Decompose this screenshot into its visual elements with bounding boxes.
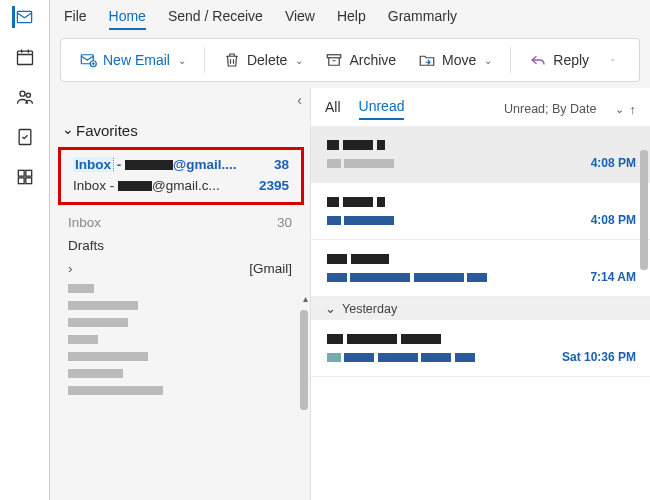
reply-all-button[interactable] <box>603 47 623 73</box>
move-button[interactable]: Move ⌄ <box>410 47 500 73</box>
delete-button[interactable]: Delete ⌄ <box>215 47 311 73</box>
separator <box>204 47 205 73</box>
favorite-inbox-2[interactable]: Inbox - @gmail.c... 2395 <box>63 175 299 196</box>
scrollbar-thumb[interactable] <box>300 310 308 410</box>
mail-icon[interactable] <box>12 6 34 28</box>
folder-item[interactable] <box>50 280 310 297</box>
message-from <box>327 193 634 209</box>
unread-count: 2395 <box>259 178 289 193</box>
svg-rect-7 <box>18 178 24 184</box>
folder-item[interactable] <box>50 365 310 382</box>
message-list-pane: All Unread Unread; By Date ⌄ ↑ 4:08 PM <box>310 88 650 500</box>
new-email-label: New Email <box>103 52 170 68</box>
message-list: 4:08 PM 4:08 PM 7:14 AM ⌄ Yesterday <box>311 126 650 500</box>
folder-pane: ‹ Favorites Inbox - @gmail.... 38 Inbox … <box>50 88 310 500</box>
message-item[interactable]: 4:08 PM <box>311 126 650 183</box>
menu-grammarly[interactable]: Grammarly <box>388 8 457 30</box>
chevron-down-icon[interactable]: ⌄ <box>615 103 624 116</box>
separator <box>510 47 511 73</box>
reply-button[interactable]: Reply <box>521 47 597 73</box>
chevron-down-icon: ⌄ <box>325 301 336 316</box>
menu-file[interactable]: File <box>64 8 87 30</box>
message-subject <box>327 156 634 170</box>
tab-all[interactable]: All <box>325 99 341 119</box>
message-item[interactable]: 4:08 PM <box>311 183 650 240</box>
svg-rect-11 <box>328 55 342 58</box>
svg-rect-8 <box>25 178 31 184</box>
group-header-yesterday[interactable]: ⌄ Yesterday <box>311 297 650 320</box>
folder-inbox[interactable]: Inbox30 <box>50 211 310 234</box>
svg-rect-0 <box>17 11 31 22</box>
unread-count: 38 <box>274 157 289 172</box>
annotation-highlight: Inbox - @gmail.... 38 Inbox - @gmail.c..… <box>58 147 304 205</box>
message-time: 4:08 PM <box>591 156 636 170</box>
tasks-icon[interactable] <box>14 126 36 148</box>
message-time: 7:14 AM <box>590 270 636 284</box>
folder-label: Inbox - @gmail.... <box>73 157 236 172</box>
scroll-up-icon[interactable]: ▴ <box>303 293 308 304</box>
message-from <box>327 136 634 152</box>
svg-rect-5 <box>18 170 24 176</box>
people-icon[interactable] <box>14 86 36 108</box>
scrollbar-thumb[interactable] <box>640 150 648 270</box>
tab-unread[interactable]: Unread <box>359 98 405 120</box>
content-row: ‹ Favorites Inbox - @gmail.... 38 Inbox … <box>50 88 650 500</box>
favorites-header[interactable]: Favorites <box>50 118 310 145</box>
menu-send-receive[interactable]: Send / Receive <box>168 8 263 30</box>
message-time: Sat 10:36 PM <box>562 350 636 364</box>
menu-help[interactable]: Help <box>337 8 366 30</box>
chevron-down-icon[interactable]: ⌄ <box>484 55 492 66</box>
message-from <box>327 330 634 346</box>
delete-label: Delete <box>247 52 287 68</box>
folder-item[interactable] <box>50 348 310 365</box>
reply-label: Reply <box>553 52 589 68</box>
archive-button[interactable]: Archive <box>317 47 404 73</box>
new-email-button[interactable]: New Email ⌄ <box>71 47 194 73</box>
folder-item[interactable] <box>50 382 310 399</box>
svg-rect-6 <box>25 170 31 176</box>
arrow-up-icon[interactable]: ↑ <box>630 102 637 117</box>
move-label: Move <box>442 52 476 68</box>
menu-bar: File Home Send / Receive View Help Gramm… <box>50 0 650 34</box>
message-item[interactable]: 7:14 AM <box>311 240 650 297</box>
toolbar: New Email ⌄ Delete ⌄ Archive Move ⌄ Repl… <box>60 38 640 82</box>
chevron-down-icon[interactable]: ⌄ <box>295 55 303 66</box>
message-subject <box>327 213 634 227</box>
message-from <box>327 250 634 266</box>
svg-rect-1 <box>17 51 32 64</box>
apps-icon[interactable] <box>14 166 36 188</box>
main-area: File Home Send / Receive View Help Gramm… <box>50 0 650 500</box>
archive-label: Archive <box>349 52 396 68</box>
message-list-header: All Unread Unread; By Date ⌄ ↑ <box>311 88 650 126</box>
svg-point-2 <box>20 91 25 96</box>
menu-home[interactable]: Home <box>109 8 146 30</box>
favorite-inbox-1[interactable]: Inbox - @gmail.... 38 <box>63 154 299 175</box>
chevron-down-icon[interactable]: ⌄ <box>178 55 186 66</box>
folder-gmail[interactable]: [Gmail] <box>50 257 310 280</box>
menu-view[interactable]: View <box>285 8 315 30</box>
folder-item[interactable] <box>50 297 310 314</box>
message-time: 4:08 PM <box>591 213 636 227</box>
message-subject <box>327 270 634 284</box>
nav-rail <box>0 0 50 500</box>
folder-item[interactable] <box>50 314 310 331</box>
calendar-icon[interactable] <box>14 46 36 68</box>
folder-label: Inbox - @gmail.c... <box>73 178 220 193</box>
message-item[interactable]: Sat 10:36 PM <box>311 320 650 377</box>
svg-point-3 <box>26 93 30 97</box>
collapse-pane-icon[interactable]: ‹ <box>297 92 302 108</box>
sort-label[interactable]: Unread; By Date <box>504 102 596 116</box>
folder-drafts[interactable]: Drafts <box>50 234 310 257</box>
folder-item[interactable] <box>50 331 310 348</box>
